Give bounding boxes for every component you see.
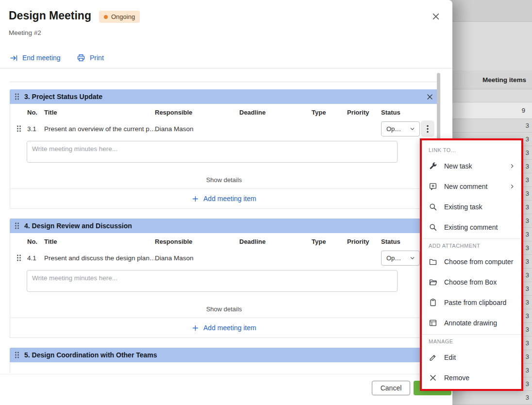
col-priority: Priority [347,238,381,245]
kebab-icon [427,125,429,133]
x-icon [429,373,437,382]
item-title: Present an overview of the current p… [44,125,155,133]
drag-handle-icon[interactable] [16,254,22,262]
section-title: 5. Design Coordination with Other Teams [24,351,157,359]
chevron-right-icon [509,184,515,189]
divider [422,238,521,239]
chevron-right-icon [509,163,515,169]
end-meeting-button[interactable]: End meeting [10,52,61,64]
pencil-icon [429,353,437,362]
menu-item-annotate-drawing[interactable]: Annotate drawing [422,313,521,333]
row-options-button[interactable] [421,120,434,137]
menu-item-label: Existing comment [444,223,498,231]
item-responsible: Diana Mason [155,254,239,262]
status-dot-icon [104,15,108,19]
menu-item-new-task[interactable]: New task [422,156,521,176]
status-dropdown-value: Op… [386,254,401,262]
section-body [10,362,438,373]
chevron-down-icon [409,126,416,132]
col-no: No. [27,238,44,245]
section-title: 4. Design Review and Discussion [24,222,132,230]
col-type: Type [312,109,347,116]
plus-icon [192,195,199,202]
col-type: Type [312,238,347,245]
drag-handle-icon[interactable] [16,125,22,133]
menu-item-label: New task [444,162,472,170]
chevron-down-icon [409,255,416,261]
comment-plus-icon [429,182,437,191]
col-deadline: Deadline [239,109,312,116]
add-meeting-item-label: Add meeting item [203,195,256,202]
meeting-subtitle: Meeting #2 [9,29,41,36]
plus-icon [192,324,199,332]
section-title: 3. Project Status Update [24,93,102,101]
close-icon [426,93,433,101]
folder-icon [429,257,437,266]
meeting-items-label: Meeting items [482,76,526,84]
section-header: 3. Project Status Update [10,89,438,104]
menu-item-edit[interactable]: Edit [422,347,521,368]
status-dropdown-value: Op… [386,125,401,133]
clipboard-icon [429,298,437,307]
table-header-row: No. Title Responsible Deadline Type Prio… [10,233,438,247]
col-responsible: Responsible [155,109,239,116]
menu-item-choose-from-computer[interactable]: Choose from computer [422,252,521,272]
arrow-right-icon [10,54,18,62]
menu-section-header: MANAGE [422,336,521,347]
status-dropdown[interactable]: Op… [381,121,420,136]
drag-handle-icon[interactable] [14,222,20,230]
drag-handle-icon[interactable] [14,351,20,359]
status-badge: Ongoing [99,11,140,23]
menu-item-new-comment[interactable]: New comment [422,176,521,197]
cancel-button[interactable]: Cancel [372,381,410,395]
remove-section-button[interactable] [426,93,433,101]
close-icon [432,12,440,21]
menu-item-existing-comment[interactable]: Existing comment [422,217,521,237]
add-meeting-item-button[interactable]: Add meeting item [10,189,438,208]
item-number: 4.1 [27,254,44,262]
end-meeting-label: End meeting [22,54,61,62]
col-deadline: Deadline [239,238,312,245]
meeting-minutes-input[interactable] [27,141,398,163]
divider [422,334,521,335]
menu-item-choose-from-box[interactable]: Choose from Box [422,272,521,292]
status-dropdown[interactable]: Op… [381,251,420,266]
add-meeting-item-button[interactable]: Add meeting item [10,318,438,338]
menu-item-label: Edit [444,354,456,361]
menu-item-label: Existing task [444,203,482,211]
wrench-icon [429,162,437,170]
printer-icon [77,53,85,62]
meeting-minutes-input[interactable] [27,270,398,292]
menu-item-existing-task[interactable]: Existing task [422,197,521,217]
menu-item-label: Choose from computer [444,258,513,266]
col-no: No. [27,109,44,116]
col-title: Title [44,238,155,245]
table-row: 4.1 Present and discuss the design plan…… [10,247,438,269]
col-responsible: Responsible [155,238,239,245]
page-title: Design Meeting [9,9,91,22]
menu-section-header: LINK TO... [422,144,521,156]
print-label: Print [90,54,104,62]
screen: Meeting items 9 333333333333333333333 De… [0,0,532,405]
col-priority: Priority [347,109,381,116]
add-meeting-item-label: Add meeting item [203,324,256,332]
print-button[interactable]: Print [77,52,104,64]
drag-handle-icon[interactable] [14,93,20,101]
folder-open-icon [429,278,437,287]
search-icon [429,202,437,211]
menu-section-header: ADD ATTACHMENT [422,240,521,252]
table-header-row: No. Title Responsible Deadline Type Prio… [10,104,438,118]
show-details-link[interactable]: Show details [10,305,438,315]
meeting-section-5: 5. Design Coordination with Other Teams [10,348,438,373]
menu-item-label: Choose from Box [444,278,497,286]
divider [10,82,438,82]
menu-item-remove[interactable]: Remove [422,368,521,388]
item-responsible: Diana Mason [155,125,239,133]
dialog-footer: Cancel [0,374,452,405]
show-details-link[interactable]: Show details [10,176,438,186]
menu-item-paste-from-clipboard[interactable]: Paste from clipboard [422,292,521,313]
table-row: 3.1 Present an overview of the current p… [10,118,438,140]
menu-item-label: Remove [444,374,469,382]
divider [0,68,452,68]
close-dialog-button[interactable] [430,11,442,22]
